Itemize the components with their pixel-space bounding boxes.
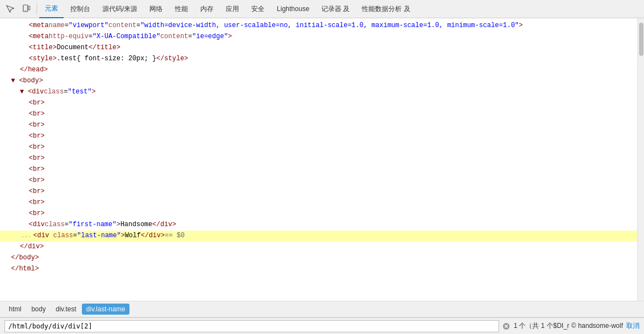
search-bar: 1 个（共 1 个$DI_r © handsome-wolf 取消 — [0, 317, 644, 334]
code-line[interactable]: <br> — [0, 98, 637, 109]
code-line[interactable]: <br> — [0, 208, 637, 220]
code-line[interactable]: <br> — [0, 197, 637, 208]
tab-perf-insights[interactable]: 性能数据分析 及 — [356, 0, 416, 18]
search-result: 1 个（共 1 个$DI_r © handsome-wolf — [513, 321, 623, 331]
code-line[interactable]: <title>Document</title> — [0, 43, 637, 54]
code-line[interactable]: <meta http-equiv="X-UA-Compatible" conte… — [0, 32, 637, 43]
code-line[interactable]: <div class="first-name">Handsome</div> — [0, 220, 637, 231]
search-input[interactable] — [4, 320, 499, 332]
code-line[interactable]: </div> — [0, 242, 637, 253]
tab-performance[interactable]: 性能 — [169, 0, 194, 18]
code-line[interactable]: </html> — [0, 264, 637, 275]
code-line[interactable]: <style> .test{ font-size: 20px; } </styl… — [0, 54, 637, 65]
devtools-toolbar: 元素 控制台 源代码/来源 网络 性能 内存 应用 安全 Lighthouse … — [0, 0, 644, 18]
scrollbar-thumb[interactable] — [639, 23, 643, 56]
tab-recorder[interactable]: 记录器 及 — [316, 0, 355, 18]
inspect-icon[interactable] — [2, 1, 18, 17]
code-line[interactable]: <br> — [0, 109, 637, 120]
tab-memory[interactable]: 内存 — [195, 0, 219, 18]
scrollbar[interactable] — [637, 18, 644, 301]
code-line[interactable]: <br> — [0, 120, 637, 131]
svg-rect-1 — [28, 6, 30, 10]
clear-icon[interactable] — [502, 322, 510, 330]
code-line[interactable]: <br> — [0, 153, 637, 164]
code-panel[interactable]: <meta name="viewport" content="width=dev… — [0, 18, 637, 301]
code-line[interactable]: <br> — [0, 164, 637, 175]
toolbar-separator — [37, 3, 37, 14]
tab-lighthouse[interactable]: Lighthouse — [271, 0, 315, 18]
tab-network[interactable]: 网络 — [144, 0, 168, 18]
code-line[interactable]: </body> — [0, 253, 637, 264]
code-line[interactable]: <br> — [0, 131, 637, 142]
tab-application[interactable]: 应用 — [220, 0, 245, 18]
breadcrumb-div-last-name[interactable]: div.last-name — [82, 304, 129, 315]
main-area: <meta name="viewport" content="width=dev… — [0, 18, 644, 301]
breadcrumb-body[interactable]: body — [27, 304, 50, 315]
svg-point-2 — [25, 10, 26, 11]
code-line[interactable]: ▼ <div class="test"> — [0, 87, 637, 98]
device-icon[interactable] — [19, 1, 34, 17]
tab-sources[interactable]: 源代码/来源 — [97, 0, 143, 18]
code-line[interactable]: <br> — [0, 186, 637, 197]
code-line[interactable]: ▼ <body> — [0, 76, 637, 87]
tab-elements[interactable]: 元素 — [39, 0, 64, 18]
cancel-button[interactable]: 取消 — [626, 321, 640, 331]
breadcrumb-div-test[interactable]: div.test — [51, 304, 81, 315]
code-line[interactable]: </head> — [0, 65, 637, 76]
breadcrumb-bar: html body div.test div.last-name — [0, 301, 644, 317]
tab-console[interactable]: 控制台 — [65, 0, 96, 18]
code-line[interactable]: <br> — [0, 142, 637, 153]
breadcrumb-html[interactable]: html — [4, 304, 26, 315]
tab-security[interactable]: 安全 — [246, 0, 270, 18]
code-line[interactable]: <br> — [0, 175, 637, 186]
code-line[interactable]: ...<div class="last-name">Wolf</div> == … — [0, 231, 637, 242]
code-line[interactable]: <meta name="viewport" content="width=dev… — [0, 20, 637, 32]
